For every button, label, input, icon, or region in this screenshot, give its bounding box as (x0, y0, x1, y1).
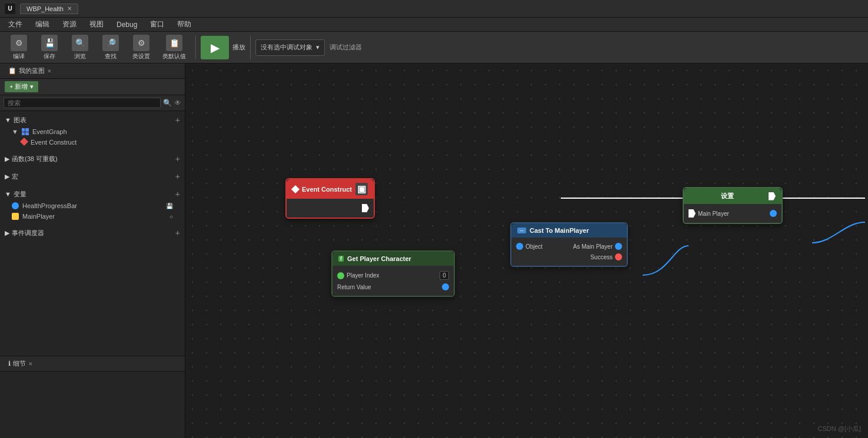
menu-view[interactable]: 视图 (84, 18, 109, 31)
blueprint-header: + 新增 ▾ (0, 79, 185, 95)
menu-file[interactable]: 文件 (2, 18, 28, 31)
graph-expand-icon: ▼ (5, 116, 11, 123)
ue-logo: U (5, 4, 15, 14)
cast-object-pin (516, 243, 523, 250)
class-defaults-label: 类默认值 (162, 52, 186, 61)
class-settings-icon: ⚙ (133, 35, 149, 51)
main-tab[interactable]: WBP_Health ✕ (20, 4, 78, 14)
toolbar-divider-2 (250, 36, 251, 59)
macros-expand-icon: ▶ (5, 173, 9, 180)
find-button[interactable]: 🔎 查找 (97, 32, 125, 63)
health-progress-bar-label: HealthProgressBar (22, 202, 77, 209)
menu-help[interactable]: 帮助 (171, 18, 197, 31)
browse-button[interactable]: 🔍 浏览 (66, 32, 94, 63)
event-construct-icon (21, 139, 27, 146)
save-button[interactable]: 💾 保存 (35, 32, 64, 63)
menu-window[interactable]: 窗口 (144, 18, 170, 31)
blueprint-tab[interactable]: 📋 我的蓝图 ✕ (2, 65, 58, 76)
functions-section-header[interactable]: ▶ 函数(38 可重载) + (0, 152, 185, 165)
details-tab-close[interactable]: ✕ (28, 361, 33, 367)
class-defaults-button[interactable]: 📋 类默认值 (158, 32, 191, 63)
player-index-value[interactable]: 0 (440, 271, 449, 280)
macros-section: ▶ 宏 + (0, 168, 185, 185)
event-graph-item[interactable]: ▼ EventGraph (0, 126, 185, 137)
debug-filter-label: 调试过滤器 (327, 43, 364, 52)
compile-button[interactable]: ⚙ 编译 (5, 32, 33, 63)
class-settings-label: 类设置 (132, 52, 150, 61)
tab-label: WBP_Health (26, 5, 64, 12)
cast-to-main-player-node[interactable]: ↔ Cast To MainPlayer Object As Main Play… (510, 222, 628, 267)
set-exec-out-pin (769, 192, 776, 200)
visibility-icon[interactable]: 👁 (174, 99, 181, 107)
class-settings-button[interactable]: ⚙ 类设置 (127, 32, 155, 63)
event-construct-node[interactable]: Event Construct ▣ (285, 178, 375, 219)
class-defaults-icon: 📋 (166, 35, 182, 51)
variables-expand-icon: ▼ (5, 190, 11, 198)
get-player-character-header: f Get Player Character (332, 252, 454, 266)
set-main-player-row: Main Player (684, 208, 781, 219)
new-button[interactable]: + 新增 ▾ (5, 81, 38, 92)
details-tab-icon: ℹ (8, 360, 11, 367)
graph-add-button[interactable]: + (175, 115, 180, 125)
event-dispatchers-expand-icon: ▶ (5, 229, 9, 237)
macros-add-button[interactable]: + (175, 172, 180, 181)
graph-section-label: 图表 (14, 116, 26, 125)
search-icon[interactable]: 🔍 (163, 99, 172, 107)
details-panel: ℹ 细节 ✕ (0, 356, 185, 438)
search-input[interactable] (4, 98, 161, 108)
play-button[interactable]: ▶ (201, 36, 229, 59)
health-progress-bar-icon (12, 202, 19, 209)
event-construct-corner-icon: ▣ (355, 183, 368, 195)
get-player-character-body: Player Index 0 Return Value (332, 266, 454, 296)
canvas-area[interactable]: 事件图表 ✕ ☆ ◀ ▶ WBP_Health › 事件 (185, 63, 868, 438)
event-graph-label: EventGraph (32, 128, 67, 135)
macros-section-label: 宏 (12, 172, 18, 181)
main-layout: 📋 我的蓝图 ✕ + 新增 ▾ 🔍 👁 ▼ 图表 (0, 63, 868, 438)
main-player-icon (12, 213, 19, 220)
player-index-label: Player Index (347, 272, 380, 279)
left-panel: 📋 我的蓝图 ✕ + 新增 ▾ 🔍 👁 ▼ 图表 (0, 63, 185, 438)
health-progress-bar-item[interactable]: HealthProgressBar 💾 (0, 200, 185, 211)
variables-section-label: 变量 (14, 190, 26, 199)
main-player-item[interactable]: MainPlayer ○ (0, 211, 185, 222)
functions-add-button[interactable]: + (175, 154, 180, 163)
player-index-row: Player Index 0 (332, 269, 454, 282)
event-construct-item[interactable]: Event Construct (0, 137, 185, 148)
menu-debug[interactable]: Debug (111, 19, 143, 30)
menu-edit[interactable]: 编辑 (29, 18, 55, 31)
event-construct-node-header: Event Construct ▣ (287, 179, 374, 199)
tab-close-btn[interactable]: ✕ (67, 5, 72, 12)
cast-to-main-player-body: Object As Main Player Success (511, 238, 627, 266)
details-tab[interactable]: ℹ 细节 ✕ (2, 358, 39, 369)
return-value-row: Return Value (332, 282, 454, 292)
event-dispatchers-add-button[interactable]: + (175, 228, 180, 238)
cast-to-main-player-title: Cast To MainPlayer (530, 227, 589, 234)
graph-section-header[interactable]: ▼ 图表 + (0, 113, 185, 126)
menu-asset[interactable]: 资源 (56, 18, 82, 31)
functions-section-label: 函数(38 可重载) (12, 155, 58, 163)
compile-icon: ⚙ (11, 35, 27, 51)
get-player-character-node[interactable]: f Get Player Character Player Index 0 (331, 250, 455, 297)
as-main-player-pin (615, 243, 622, 250)
functions-expand-icon: ▶ (5, 155, 9, 163)
set-node-title: 设置 (690, 192, 765, 200)
macros-section-header[interactable]: ▶ 宏 + (0, 170, 185, 183)
event-dispatchers-section-header[interactable]: ▶ 事件调度器 + (0, 226, 185, 239)
exec-out-pin (362, 204, 369, 212)
blueprint-tab-close[interactable]: ✕ (47, 68, 52, 74)
set-node-header: 设置 (684, 188, 781, 204)
main-player-visibility-icon: ○ (169, 213, 173, 220)
event-construct-node-title: Event Construct (302, 186, 352, 193)
event-dispatchers-section: ▶ 事件调度器 + (0, 224, 185, 242)
title-bar: U WBP_Health ✕ (0, 0, 868, 18)
graph-canvas[interactable]: Event Construct ▣ f Get Player Character (185, 63, 868, 438)
watermark: CSDN @[小瓜] (817, 424, 861, 433)
set-node[interactable]: 设置 Main Player (683, 187, 783, 224)
debug-object-dropdown[interactable]: 没有选中调试对象 ▾ (255, 39, 325, 56)
as-main-player-label: As Main Player (573, 243, 613, 250)
toolbar-divider-1 (195, 36, 196, 59)
variables-section-header[interactable]: ▼ 变量 + (0, 188, 185, 200)
variables-add-button[interactable]: + (175, 189, 180, 199)
browse-label: 浏览 (74, 52, 86, 61)
main-player-label: MainPlayer (22, 213, 55, 220)
